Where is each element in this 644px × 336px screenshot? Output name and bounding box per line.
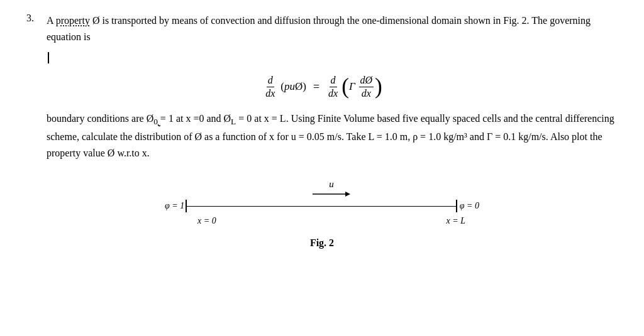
lhs-term: (puØ) (280, 80, 306, 93)
problem-container: 3. A property Ø is transported by means … (26, 13, 618, 249)
lhs-denominator: dx (264, 87, 276, 99)
gamma-symbol: Γ (349, 80, 355, 93)
main-line-row: φ = 1 φ = 0 (165, 200, 479, 212)
diagram-area: u φ = 1 φ = 0 (165, 179, 479, 226)
svg-marker-1 (345, 192, 350, 197)
horizontal-line (187, 206, 456, 207)
close-paren: ) (375, 75, 382, 97)
lhs-fraction: d dx (264, 75, 276, 99)
problem-header: 3. A property Ø is transported by means … (26, 13, 618, 45)
velocity-label: u (329, 179, 334, 190)
equation-block: d dx (puØ) = d dx ( Γ dØ dx ) (26, 75, 618, 99)
open-paren: ( (341, 75, 349, 97)
right-tick (456, 200, 457, 212)
velocity-label-group: u (313, 179, 350, 198)
velocity-label-row: u (174, 179, 489, 198)
figure-caption: Fig. 2 (310, 237, 334, 249)
x-labels-row: x = 0 x = L (165, 216, 479, 226)
paren-content: Γ dØ dx (349, 75, 375, 99)
right-bc-label: φ = 0 (460, 201, 479, 211)
lhs-numerator: d (267, 75, 274, 87)
rhs-fraction: d dx (327, 75, 339, 99)
velocity-arrow-svg (313, 190, 350, 198)
cursor (47, 51, 618, 63)
figure-container: u φ = 1 φ = 0 (26, 179, 618, 249)
rhs-denominator: dx (327, 87, 339, 99)
inner-fraction: dØ dx (359, 75, 374, 99)
subscript-0: 0 (153, 117, 158, 126)
inner-denominator: dx (360, 87, 372, 99)
rhs-numerator: d (330, 75, 337, 87)
problem-number: 3. (26, 13, 39, 24)
subscript-L: L (231, 117, 236, 126)
body-text: boundary conditions are Ø0 = 1 at x =0 a… (47, 111, 618, 162)
x-left-label: x = 0 (197, 216, 216, 226)
equals-sign: = (313, 80, 319, 94)
x-right-label: x = L (447, 216, 465, 226)
problem-text-part1: A property Ø is transported by means of … (47, 13, 618, 45)
inner-numerator: dØ (359, 75, 374, 87)
left-bc-label: φ = 1 (165, 201, 184, 211)
